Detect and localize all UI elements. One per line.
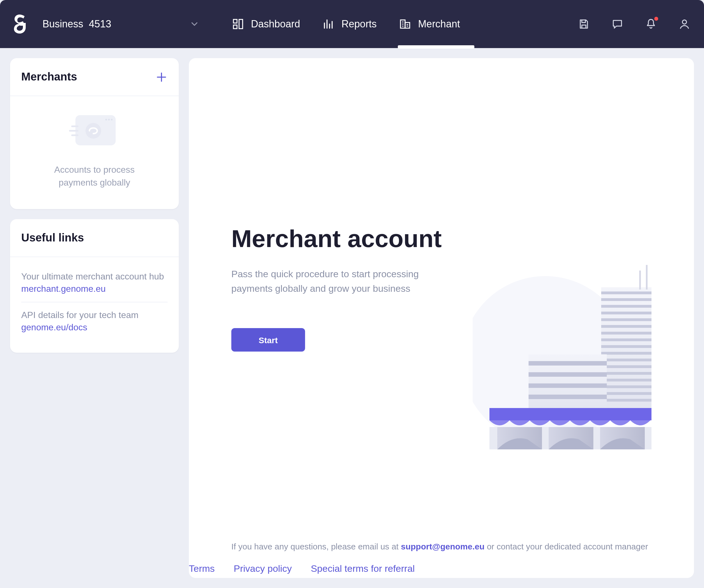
main-content: Merchant account Pass the quick procedur… <box>189 58 694 542</box>
app-header: Business 4513 Dashboard Reports <box>0 0 704 48</box>
merchants-empty-state: Accounts to process payments globally <box>10 96 179 209</box>
svg-point-10 <box>105 119 107 120</box>
profile-icon[interactable] <box>678 18 691 30</box>
footer-link-terms[interactable]: Terms <box>189 564 215 575</box>
support-email-link[interactable]: support@genome.eu <box>401 542 484 551</box>
useful-links-title: Useful links <box>21 232 84 245</box>
nav-merchant[interactable]: Merchant <box>388 0 471 48</box>
merchant-illustration-icon <box>473 265 651 449</box>
link-item: API details for your tech team genome.eu… <box>21 303 168 341</box>
top-nav: Dashboard Reports Merchant <box>221 0 471 48</box>
merchant-icon <box>399 18 411 30</box>
account-type-label: Business <box>43 18 83 30</box>
save-icon[interactable] <box>578 18 590 30</box>
useful-links-header: Useful links <box>10 219 179 257</box>
nav-item-label: Dashboard <box>251 18 300 30</box>
svg-rect-31 <box>639 271 641 289</box>
svg-point-8 <box>108 119 110 120</box>
footer-link-referral[interactable]: Special terms for referral <box>311 564 415 575</box>
payments-card-icon <box>68 112 121 150</box>
link-desc: Your ultimate merchant account hub <box>21 272 168 282</box>
link-item: Your ultimate merchant account hub merch… <box>21 264 168 303</box>
dashboard-icon <box>232 18 244 30</box>
brand-logo[interactable] <box>13 14 27 34</box>
svg-rect-0 <box>234 19 237 23</box>
header-actions <box>578 18 691 30</box>
svg-rect-2 <box>234 25 237 29</box>
merchants-title: Merchants <box>21 70 77 83</box>
svg-point-5 <box>683 20 687 24</box>
add-merchant-button[interactable] <box>155 71 168 83</box>
merchants-empty-text: Accounts to process payments globally <box>21 163 168 189</box>
genome-logo-icon <box>13 14 27 34</box>
nav-item-label: Merchant <box>418 18 460 30</box>
footer-link-privacy[interactable]: Privacy policy <box>234 564 292 575</box>
content-area: Merchants Accounts to process <box>0 48 704 588</box>
bell-icon[interactable] <box>645 18 657 30</box>
link-url[interactable]: genome.eu/docs <box>21 323 168 333</box>
svg-point-9 <box>111 119 113 120</box>
link-desc: API details for your tech team <box>21 311 168 321</box>
footer-links: Terms Privacy policy Special terms for r… <box>189 564 415 575</box>
page-title: Merchant account <box>231 225 651 253</box>
merchants-card: Merchants Accounts to process <box>10 58 179 209</box>
chevron-down-icon <box>189 19 199 29</box>
sidebar: Merchants Accounts to process <box>10 58 179 578</box>
reports-icon <box>322 18 335 30</box>
nav-reports[interactable]: Reports <box>311 0 388 48</box>
merchants-card-header: Merchants <box>10 58 179 96</box>
link-url[interactable]: merchant.genome.eu <box>21 284 168 294</box>
useful-links-card: Useful links Your ultimate merchant acco… <box>10 219 179 353</box>
svg-rect-4 <box>405 22 410 28</box>
notification-badge <box>654 17 658 21</box>
account-switcher[interactable]: Business 4513 <box>43 18 199 30</box>
useful-links-body: Your ultimate merchant account hub merch… <box>10 257 179 353</box>
svg-rect-38 <box>489 408 651 420</box>
chat-icon[interactable] <box>611 18 624 30</box>
plus-icon <box>155 71 168 83</box>
account-id-label: 4513 <box>89 18 111 30</box>
nav-item-label: Reports <box>341 18 376 30</box>
svg-point-7 <box>85 123 101 139</box>
page-subtitle: Pass the quick procedure to start proces… <box>231 267 421 296</box>
start-button[interactable]: Start <box>231 328 305 352</box>
svg-rect-32 <box>646 265 648 289</box>
svg-rect-1 <box>239 19 243 29</box>
nav-dashboard[interactable]: Dashboard <box>221 0 311 48</box>
main-panel: Merchant account Pass the quick procedur… <box>189 58 694 578</box>
